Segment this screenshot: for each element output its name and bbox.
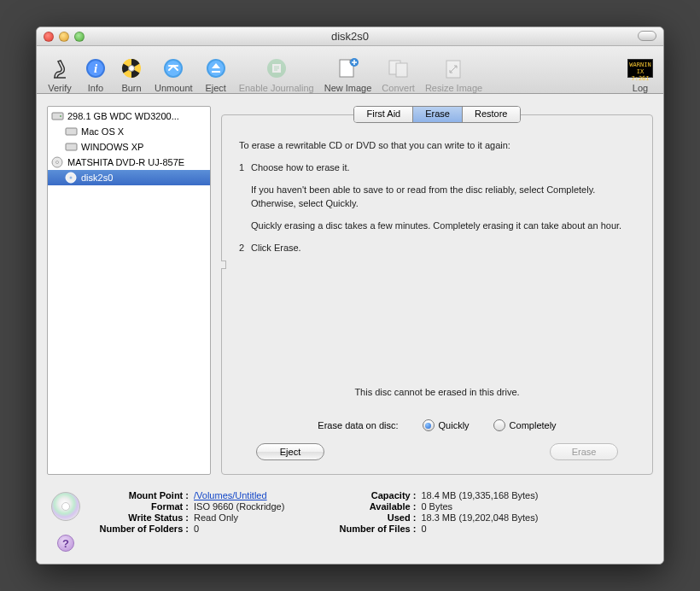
disk-utility-window: disk2s0 Verify i Info Burn Unmount <box>36 26 664 565</box>
info-key: Write Status : <box>95 512 189 523</box>
svg-rect-18 <box>66 143 77 150</box>
enable-journaling-button: Enable Journaling <box>236 49 318 93</box>
radio-label: Quickly <box>439 420 470 430</box>
mount-point-link[interactable]: /Volumes/Untitled <box>194 490 267 500</box>
toolbar-label: Verify <box>48 83 72 93</box>
zoom-button[interactable] <box>74 32 85 42</box>
disc-icon <box>51 156 64 168</box>
tab-erase[interactable]: Erase <box>413 107 463 122</box>
unmount-icon <box>160 56 186 81</box>
svg-rect-15 <box>52 113 63 120</box>
eject-icon <box>203 56 229 81</box>
convert-icon <box>386 56 411 81</box>
info-value: Read Only <box>194 512 284 523</box>
sidebar-item-disc[interactable]: disk2s0 <box>48 170 210 185</box>
info-value: 0 <box>194 524 284 534</box>
toolbar-label: Convert <box>382 83 415 93</box>
svg-point-6 <box>166 61 181 76</box>
svg-rect-13 <box>396 63 407 77</box>
toolbar-label: Eject <box>205 83 225 93</box>
log-icon: WARNINIX 7:26I <box>627 56 653 81</box>
svg-rect-17 <box>66 128 77 135</box>
info-key: Available : <box>330 501 416 512</box>
main-pane: First Aid Erase Restore To erase a rewri… <box>221 106 653 475</box>
svg-point-22 <box>70 177 73 179</box>
sidebar-item-label: 298.1 GB WDC WD3200... <box>67 111 179 121</box>
info-value: 0 <box>421 524 538 534</box>
svg-point-20 <box>56 161 59 164</box>
instruction-text: Choose how to erase it. <box>251 161 350 175</box>
notice-text: This disc cannot be erased in this drive… <box>239 387 635 397</box>
window-title: disk2s0 <box>37 30 663 43</box>
journal-icon <box>264 56 289 81</box>
sidebar-item-label: WINDOWS XP <box>81 142 143 152</box>
radio-dot-icon <box>493 419 505 431</box>
radio-dot-icon <box>423 419 435 431</box>
window-controls <box>44 32 85 42</box>
eject-button[interactable]: Eject <box>200 49 232 93</box>
toolbar-label: New Image <box>324 83 372 93</box>
panel-notch-icon <box>221 260 226 269</box>
hard-disk-icon <box>51 110 64 122</box>
sidebar-item-volume[interactable]: WINDOWS XP <box>48 139 210 155</box>
toolbar-label: Enable Journaling <box>239 83 314 93</box>
info-key: Number of Folders : <box>95 524 189 534</box>
new-image-icon <box>335 56 361 81</box>
burn-icon <box>119 56 144 81</box>
info-icon: i <box>83 56 108 81</box>
hard-disk-icon <box>65 141 78 153</box>
erase-panel: To erase a rewritable CD or DVD so that … <box>221 114 653 475</box>
disk-list-sidebar[interactable]: 298.1 GB WDC WD3200... Mac OS X WINDOWS … <box>47 106 211 475</box>
titlebar: disk2s0 <box>37 27 663 46</box>
toolbar: Verify i Info Burn Unmount Eject <box>37 46 663 94</box>
toolbar-toggle-button[interactable] <box>638 31 656 41</box>
svg-point-4 <box>129 65 135 71</box>
info-button[interactable]: i Info <box>79 49 112 93</box>
log-button[interactable]: WARNINIX 7:26I Log <box>624 49 656 93</box>
sidebar-item-volume[interactable]: Mac OS X <box>48 124 210 139</box>
close-button[interactable] <box>44 32 54 42</box>
instruction-text: Quickly erasing a disc takes a few minut… <box>251 219 635 233</box>
info-key: Format : <box>95 501 189 512</box>
option-label: Erase data on disc: <box>318 420 398 430</box>
tab-first-aid[interactable]: First Aid <box>354 107 413 122</box>
erase-button: Erase <box>550 443 618 460</box>
verify-button[interactable]: Verify <box>44 49 76 93</box>
sidebar-item-drive[interactable]: 298.1 GB WDC WD3200... <box>48 108 210 124</box>
toolbar-label: Log <box>633 83 648 93</box>
info-key: Number of Files : <box>330 524 416 534</box>
burn-button[interactable]: Burn <box>115 49 148 93</box>
new-image-button[interactable]: New Image <box>321 49 376 93</box>
disc-icon <box>65 172 78 184</box>
unmount-button[interactable]: Unmount <box>151 49 196 93</box>
step-number: 1 <box>239 161 251 175</box>
info-key: Used : <box>330 512 416 523</box>
info-value: ISO 9660 (Rockridge) <box>194 501 284 512</box>
disc-large-icon <box>51 492 80 521</box>
step-number: 2 <box>239 242 251 255</box>
info-value: 0 Bytes <box>421 501 538 512</box>
info-key: Capacity : <box>330 490 416 500</box>
toolbar-label: Info <box>88 83 103 93</box>
instruction-text: If you haven't been able to save to or r… <box>251 184 635 211</box>
radio-quickly[interactable]: Quickly <box>423 419 470 431</box>
radio-completely[interactable]: Completely <box>493 419 557 431</box>
tab-restore[interactable]: Restore <box>463 107 520 122</box>
minimize-button[interactable] <box>59 32 69 42</box>
toolbar-label: Unmount <box>155 83 193 93</box>
info-value: 18.4 MB (19,335,168 Bytes) <box>421 490 538 500</box>
instruction-text: To erase a rewritable CD or DVD so that … <box>239 139 635 153</box>
resize-image-button: Resize Image <box>422 49 486 93</box>
info-value: 18.3 MB (19,202,048 Bytes) <box>421 512 538 523</box>
microscope-icon <box>47 56 73 81</box>
sidebar-item-label: MATSHITA DVD-R UJ-857E <box>67 157 184 167</box>
sidebar-item-label: Mac OS X <box>81 126 124 137</box>
radio-label: Completely <box>510 420 557 430</box>
help-button[interactable]: ? <box>57 535 74 552</box>
convert-button: Convert <box>378 49 418 93</box>
eject-button[interactable]: Eject <box>256 443 324 460</box>
tab-bar: First Aid Erase Restore <box>221 106 653 123</box>
sidebar-item-optical-drive[interactable]: MATSHITA DVD-R UJ-857E <box>48 155 210 170</box>
resize-icon <box>441 56 467 81</box>
svg-point-16 <box>60 115 61 117</box>
